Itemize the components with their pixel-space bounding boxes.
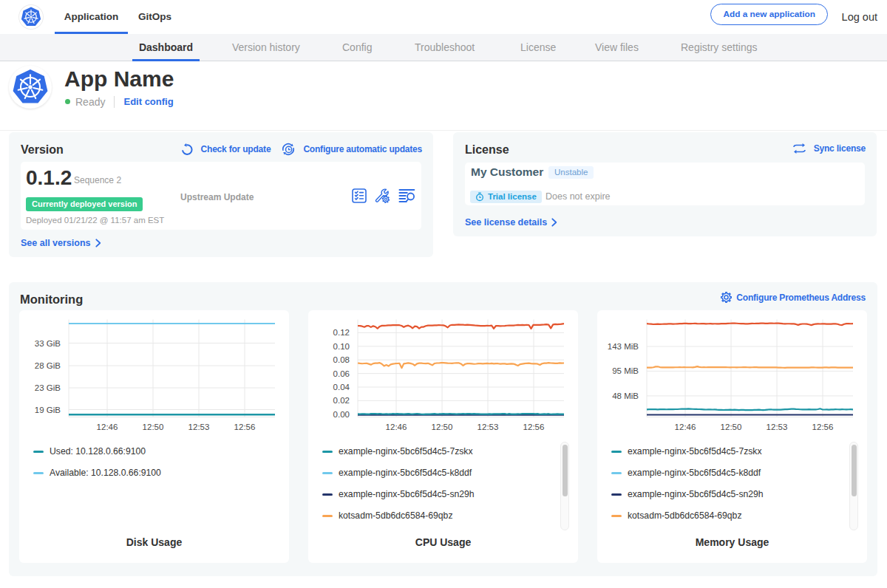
- svg-text:12:56: 12:56: [812, 423, 834, 431]
- svg-text:12:50: 12:50: [432, 423, 453, 431]
- svg-text:0.10: 0.10: [333, 342, 350, 351]
- svg-text:23 GiB: 23 GiB: [35, 383, 61, 392]
- svg-text:19 GiB: 19 GiB: [35, 406, 61, 414]
- svg-text:12:46: 12:46: [675, 423, 696, 431]
- svg-text:0.06: 0.06: [333, 369, 350, 378]
- svg-text:12:53: 12:53: [478, 423, 499, 431]
- svg-text:12:50: 12:50: [721, 423, 742, 431]
- svg-text:0.00: 0.00: [333, 410, 350, 419]
- svg-text:12:50: 12:50: [143, 423, 164, 431]
- svg-text:12:53: 12:53: [188, 423, 210, 431]
- svg-text:0.08: 0.08: [333, 355, 350, 364]
- svg-text:48 MiB: 48 MiB: [612, 392, 639, 400]
- svg-text:28 GiB: 28 GiB: [35, 361, 61, 370]
- svg-text:12:56: 12:56: [234, 423, 256, 431]
- svg-text:12:56: 12:56: [523, 423, 545, 431]
- svg-text:143 MiB: 143 MiB: [608, 342, 639, 351]
- svg-text:12:46: 12:46: [386, 423, 407, 431]
- svg-text:0.02: 0.02: [333, 396, 350, 405]
- svg-text:33 GiB: 33 GiB: [35, 339, 61, 348]
- svg-text:12:53: 12:53: [767, 423, 788, 431]
- svg-text:12:46: 12:46: [97, 423, 118, 431]
- svg-text:0.04: 0.04: [333, 383, 350, 392]
- svg-text:0.12: 0.12: [333, 328, 350, 337]
- svg-text:95 MiB: 95 MiB: [612, 366, 639, 375]
